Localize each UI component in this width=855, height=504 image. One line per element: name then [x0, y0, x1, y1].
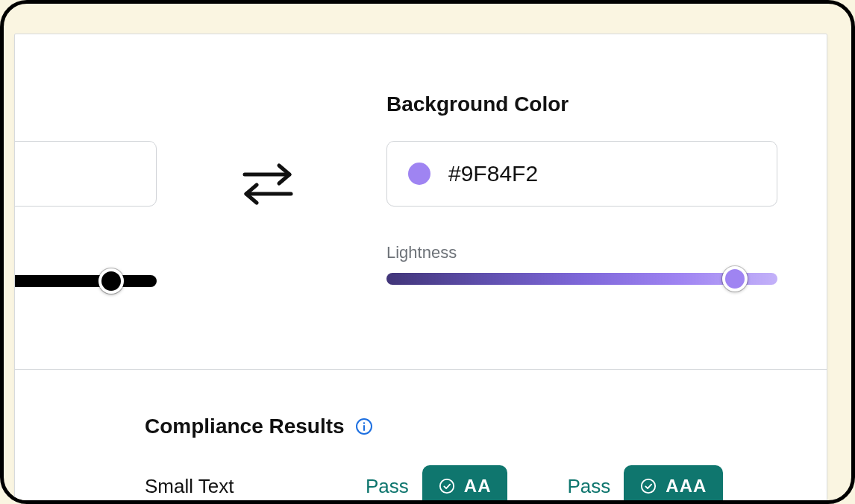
- compliance-section: Compliance Results Small Text Pass: [15, 370, 827, 504]
- foreground-lightness-thumb[interactable]: [98, 268, 124, 294]
- svg-point-4: [363, 422, 364, 423]
- aaa-badge: AAA: [624, 465, 723, 504]
- foreground-lightness-slider[interactable]: [14, 275, 157, 287]
- background-color-hex: #9F84F2: [448, 161, 538, 186]
- aaa-status-text: Pass: [567, 475, 610, 498]
- svg-point-6: [642, 479, 655, 493]
- swap-colors-button[interactable]: [239, 157, 297, 210]
- compliance-header: Compliance Results: [145, 415, 797, 438]
- color-picker-section: Background Color #9F84F2 Lightness: [15, 34, 827, 370]
- app-frame: Background Color #9F84F2 Lightness Compl…: [0, 0, 855, 504]
- svg-point-5: [440, 479, 454, 493]
- background-color-swatch: [408, 163, 430, 185]
- background-lightness-thumb[interactable]: [722, 266, 748, 292]
- main-panel: Background Color #9F84F2 Lightness Compl…: [14, 34, 827, 504]
- compliance-title: Compliance Results: [145, 415, 345, 438]
- lightness-label: Lightness: [386, 243, 457, 262]
- check-circle-icon: [439, 478, 455, 494]
- info-icon[interactable]: [355, 418, 373, 435]
- table-row: Small Text Pass AA Pass AAA: [145, 465, 797, 504]
- check-circle-icon: [640, 478, 657, 494]
- aa-status-text: Pass: [366, 475, 409, 498]
- background-color-input[interactable]: #9F84F2: [386, 141, 777, 207]
- aa-badge: AA: [422, 465, 508, 504]
- foreground-color-input[interactable]: [14, 141, 157, 207]
- background-color-heading: Background Color: [386, 92, 569, 116]
- result-row-label: Small Text: [145, 475, 366, 498]
- background-lightness-slider[interactable]: [386, 273, 777, 285]
- aa-badge-text: AA: [464, 476, 492, 497]
- aaa-badge-text: AAA: [665, 476, 707, 497]
